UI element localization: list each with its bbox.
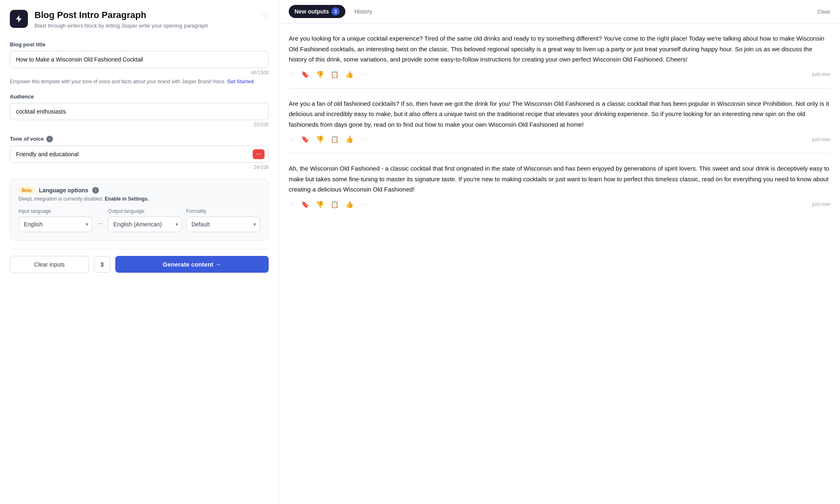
tone-input-wrapper: ··· <box>10 146 269 163</box>
timestamp-1: just now <box>812 71 830 77</box>
tab-new-outputs-label: New outputs <box>294 8 329 15</box>
thumbsdown-action-icon-3[interactable]: 👎 <box>316 201 324 208</box>
output-text-3: Ah, the Wisconsin Old Fashioned - a clas… <box>289 163 830 195</box>
language-info-icon[interactable]: i <box>92 187 99 194</box>
page-title: Blog Post Intro Paragraph <box>34 10 255 21</box>
formality-label: Formality <box>186 208 260 214</box>
more-action-icon-2[interactable]: ⋯ <box>360 135 367 143</box>
blog-title-section: Blog post title 46/1500 Empower this tem… <box>10 41 269 85</box>
tone-input[interactable] <box>10 146 269 163</box>
audience-section: Audience 20/100 <box>10 94 269 128</box>
copy-action-icon-1[interactable]: 📋 <box>331 71 339 78</box>
tone-section: Tone of voice i ··· 24/100 <box>10 136 269 170</box>
more-action-icon-1[interactable]: ⋯ <box>360 71 367 78</box>
thumbsup-action-icon-2[interactable]: 👍 <box>345 135 354 143</box>
star-action-icon-3[interactable]: ☆ <box>289 201 294 208</box>
dots-icon: ··· <box>256 151 261 157</box>
output-actions-3: ☆ 🔖 👎 📋 👍 ⋯ just now <box>289 201 830 208</box>
output-language-col: Output language English (American) ▾ <box>108 208 182 232</box>
tone-action-button[interactable]: ··· <box>253 149 265 159</box>
audience-label: Audience <box>10 94 269 100</box>
arrow-icon: → <box>96 219 104 228</box>
output-lang-label: Output language <box>108 208 182 214</box>
input-language-col: Input language English ▾ <box>18 208 92 232</box>
blog-title-char-count: 46/1500 <box>10 70 269 75</box>
star-action-icon-2[interactable]: ☆ <box>289 135 294 143</box>
tone-info-icon[interactable]: i <box>46 136 53 142</box>
audience-char-count: 20/100 <box>10 122 269 128</box>
input-lang-select-wrapper: English ▾ <box>18 217 92 232</box>
deepl-settings-link[interactable]: Enable in Settings. <box>105 196 148 202</box>
language-section-title: Language options <box>39 187 89 194</box>
input-lang-select[interactable]: English <box>18 217 92 232</box>
header-section: Blog Post Intro Paragraph Blast through … <box>10 10 269 30</box>
language-section-header: Beta Language options i <box>18 187 260 194</box>
bookmark-action-icon-3[interactable]: 🔖 <box>301 201 309 208</box>
more-action-icon-3[interactable]: ⋯ <box>360 201 367 208</box>
tone-char-count: 24/100 <box>10 164 269 170</box>
output-block-1: Are you looking for a unique cocktail ex… <box>289 33 830 89</box>
tone-header: Tone of voice i <box>10 136 269 142</box>
timestamp-3: just now <box>812 201 830 207</box>
tab-history[interactable]: History <box>349 6 378 17</box>
right-header: New outputs 3 History Clear <box>279 0 840 23</box>
right-panel: New outputs 3 History Clear Are you look… <box>279 0 840 504</box>
output-count-badge[interactable]: 3 <box>94 256 110 273</box>
blog-title-label: Blog post title <box>10 41 269 48</box>
bookmark-action-icon-2[interactable]: 🔖 <box>301 135 309 143</box>
blog-title-input[interactable] <box>10 51 269 68</box>
output-lang-select[interactable]: English (American) <box>108 217 182 232</box>
output-text-2: Are you a fan of old fashioned cocktails… <box>289 98 830 130</box>
deepl-notice: DeepL integration is currently disabled.… <box>18 196 260 202</box>
tone-label: Tone of voice <box>10 136 44 142</box>
footer-bar: Clear inputs 3 Generate content → <box>10 249 269 280</box>
brand-voice-link[interactable]: Get Started <box>227 79 254 84</box>
outputs-area: Are you looking for a unique cocktail ex… <box>279 23 840 504</box>
timestamp-2: just now <box>812 137 830 142</box>
language-row: Input language English ▾ → Output langua… <box>18 208 260 232</box>
clear-outputs-button[interactable]: Clear <box>817 9 830 15</box>
thumbsup-action-icon-1[interactable]: 👍 <box>345 71 354 78</box>
thumbsdown-action-icon-1[interactable]: 👎 <box>316 71 324 78</box>
formality-select[interactable]: Default <box>186 217 260 232</box>
copy-action-icon-2[interactable]: 📋 <box>331 135 339 143</box>
generate-content-button[interactable]: Generate content → <box>115 256 269 273</box>
output-block-2: Are you a fan of old fashioned cocktails… <box>289 98 830 154</box>
formality-col: Formality Default ▾ <box>186 208 260 232</box>
bolt-icon <box>14 14 23 23</box>
thumbsup-action-icon-3[interactable]: 👍 <box>345 201 354 208</box>
favorite-icon[interactable]: ☆ <box>261 11 269 21</box>
output-lang-select-wrapper: English (American) ▾ <box>108 217 182 232</box>
language-section: Beta Language options i DeepL integratio… <box>10 178 269 241</box>
output-actions-1: ☆ 🔖 👎 📋 👍 ⋯ just now <box>289 71 830 78</box>
output-block-3: Ah, the Wisconsin Old Fashioned - a clas… <box>289 163 830 218</box>
tab-count-badge: 3 <box>331 7 340 16</box>
bookmark-action-icon-1[interactable]: 🔖 <box>301 71 309 78</box>
output-actions-2: ☆ 🔖 👎 📋 👍 ⋯ just now <box>289 135 830 143</box>
header-text: Blog Post Intro Paragraph Blast through … <box>34 10 255 30</box>
app-icon-badge <box>10 10 28 28</box>
left-panel: Blog Post Intro Paragraph Blast through … <box>0 0 279 504</box>
copy-action-icon-3[interactable]: 📋 <box>331 201 339 208</box>
page-subtitle: Blast through writers block by letting J… <box>34 22 255 30</box>
formality-select-wrapper: Default ▾ <box>186 217 260 232</box>
brand-voice-hint: Empower this template with your tone of … <box>10 78 269 85</box>
star-action-icon-1[interactable]: ☆ <box>289 71 294 78</box>
audience-input[interactable] <box>10 103 269 120</box>
input-lang-label: Input language <box>18 208 92 214</box>
tab-new-outputs[interactable]: New outputs 3 <box>289 5 345 18</box>
beta-badge: Beta <box>18 187 35 194</box>
thumbsdown-action-icon-2[interactable]: 👎 <box>316 135 324 143</box>
clear-inputs-button[interactable]: Clear inputs <box>10 256 89 273</box>
output-text-1: Are you looking for a unique cocktail ex… <box>289 33 830 65</box>
